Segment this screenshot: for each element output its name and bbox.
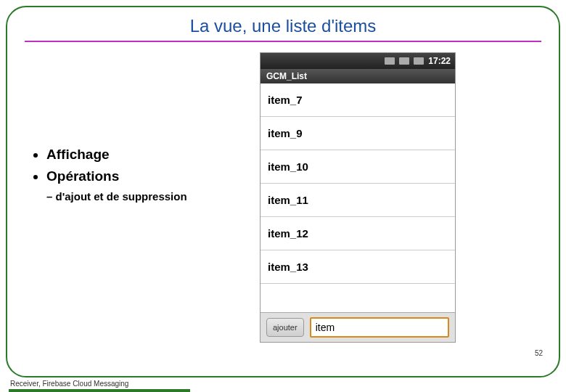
android-status-bar: 17:22 <box>261 53 455 69</box>
status-time: 17:22 <box>428 56 451 66</box>
app-title-bar: GCM_List <box>261 69 455 83</box>
signal-icon <box>399 57 409 65</box>
list-item[interactable]: item_7 <box>261 83 455 117</box>
bullet-sub-ajout: d'ajout et de suppression <box>46 190 242 203</box>
bullet-affichage: Affichage <box>46 147 242 163</box>
list-item[interactable]: item_10 <box>261 150 455 184</box>
list-item[interactable]: item_12 <box>261 217 455 250</box>
bullet-list: Affichage Opérations d'ajout et de suppr… <box>25 52 242 343</box>
footer-accent-line <box>9 389 190 392</box>
phone-screenshot: 17:22 GCM_List item_7 item_9 item_10 ite… <box>260 52 456 343</box>
page-number: 52 <box>535 349 543 357</box>
slide-title: La vue, une liste d'items <box>25 16 541 42</box>
bullet-operations: Opérations d'ajout et de suppression <box>46 168 242 203</box>
item-input[interactable] <box>310 317 449 338</box>
network-3g-icon <box>385 57 395 65</box>
slide-footer: Receiver, Firebase Cloud Messaging <box>10 380 128 388</box>
bottom-bar: ajouter <box>261 312 455 342</box>
list-view[interactable]: item_7 item_9 item_10 item_11 item_12 it… <box>261 83 455 312</box>
ajouter-button[interactable]: ajouter <box>266 318 304 337</box>
bullet-operations-label: Opérations <box>46 168 119 184</box>
list-item[interactable]: item_13 <box>261 250 455 284</box>
battery-icon <box>414 57 424 65</box>
list-item[interactable]: item_9 <box>261 117 455 150</box>
list-item[interactable]: item_11 <box>261 184 455 217</box>
